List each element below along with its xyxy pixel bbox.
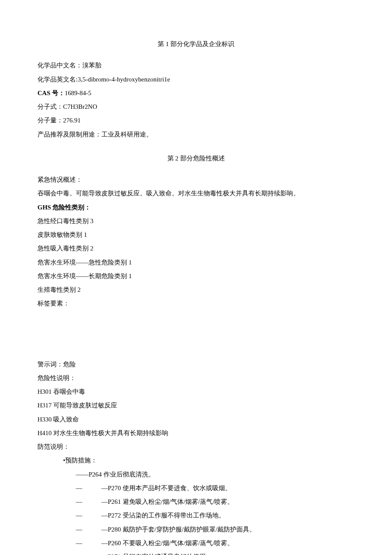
row-signal: 警示词：危险 xyxy=(37,359,355,370)
prevention-item: — —P261 避免吸入粉尘/烟/气体/烟雾/蒸气/喷雾。 xyxy=(37,496,355,507)
ghs-item: 危害水生环境——急性危险类别 1 xyxy=(37,257,355,268)
value-name-en: 3,5-dibromo-4-hydroxybenzonitri1e xyxy=(78,76,170,83)
ghs-item: 急性吸入毒性类别 2 xyxy=(37,243,355,254)
dash-icon: — xyxy=(76,510,101,521)
section-2-title: 第 2 部分危险性概述 xyxy=(37,153,355,164)
prevention-item: — —P260 不要吸入粉尘/烟/气体/烟雾/蒸气/喷雾。 xyxy=(37,538,355,549)
ghs-item: 危害水生环境——长期危险类别 1 xyxy=(37,270,355,282)
ghs-item: 生殖毒性类别 2 xyxy=(37,284,355,295)
label-formula: 分子式： xyxy=(37,103,63,110)
dash-icon: — xyxy=(76,524,101,535)
value-name-cn: 溴苯胎 xyxy=(82,62,101,69)
prevention-text: —P271 只能在室外或通风良好处使用。 xyxy=(101,551,212,555)
hazard-statement: H410 对水生生物毒性极大并具有长期持续影响 xyxy=(37,427,355,439)
ghs-label: GHS 危险性类别： xyxy=(37,202,355,213)
row-cas: CAS 号：1689-84-5 xyxy=(37,87,355,99)
value-cas: 1689-84-5 xyxy=(65,90,92,96)
hazard-statement: H317 可能导致皮肤过敏反应 xyxy=(37,400,355,411)
hazard-statement: H330 吸入致命 xyxy=(37,414,355,425)
hazard-label: 危险性说明： xyxy=(37,372,355,384)
prevention-text: —P261 避免吸入粉尘/烟/气体/烟雾/蒸气/喷雾。 xyxy=(101,496,233,507)
ghs-item: 皮肤致敏物类别 1 xyxy=(37,229,355,240)
dash-icon: — xyxy=(76,482,101,494)
prevention-text: —P270 使用本产品时不要进食、饮水或吸烟。 xyxy=(101,482,231,494)
row-formula: 分子式：C7H3Br2NO xyxy=(37,101,355,112)
prevention-text: —P260 不要吸入粉尘/烟/气体/烟雾/蒸气/喷雾。 xyxy=(101,538,233,549)
precaution-label: 防范说明： xyxy=(37,441,355,452)
label-elements: 标签要素： xyxy=(37,298,355,309)
label-name-en: 化学品英文名: xyxy=(37,76,78,83)
prevention-item: — —P270 使用本产品时不要进食、饮水或吸烟。 xyxy=(37,482,355,494)
value-signal: 危险 xyxy=(63,361,76,368)
label-usage: 产品推荐及限制用途： xyxy=(37,131,101,138)
row-mw: 分子量：276.91 xyxy=(37,115,355,126)
emergency-label: 紧急情况概述： xyxy=(37,174,355,185)
dash-icon: — xyxy=(76,496,101,507)
ghs-label-bold: GHS 危险性类别： xyxy=(37,204,91,211)
section-1-title: 第 1 部分化学品及企业标识 xyxy=(37,38,355,49)
label-mw: 分子量： xyxy=(37,117,63,124)
dash-icon: — xyxy=(76,538,101,549)
ghs-item: 急性经口毒性类别 3 xyxy=(37,215,355,227)
row-usage: 产品推荐及限制用途：工业及科研用途。 xyxy=(37,129,355,140)
label-signal: 警示词： xyxy=(37,361,63,368)
prevention-item-first: ——P264 作业后彻底清洗。 xyxy=(37,469,355,480)
emergency-text: 吞咽会中毒。可能导致皮肤过敏反应。吸入致命。对水生生物毒性极大并具有长期持续影响… xyxy=(37,188,355,199)
label-cas: CAS 号： xyxy=(37,90,65,96)
value-mw: 276.91 xyxy=(63,117,81,124)
prevention-item: — —P271 只能在室外或通风良好处使用。 xyxy=(37,551,355,555)
label-name-cn: 化学品中文名： xyxy=(37,62,82,69)
hazard-statement: H301 吞咽会中毒 xyxy=(37,386,355,397)
value-formula: C7H3Br2NO xyxy=(63,103,97,110)
pictogram-placeholder xyxy=(37,312,355,359)
prevention-text: —P280 戴防护手套/穿防护服/戴防护眼罩/戴防护面具。 xyxy=(101,524,256,535)
prevention-item: — —P272 受沾染的工作服不得带出工作场地。 xyxy=(37,510,355,521)
value-usage: 工业及科研用途。 xyxy=(101,131,153,138)
prevention-item: — —P280 戴防护手套/穿防护服/戴防护眼罩/戴防护面具。 xyxy=(37,524,355,535)
prevention-header: •预防措施： xyxy=(37,455,355,466)
row-name-en: 化学品英文名:3,5-dibromo-4-hydroxybenzonitri1e xyxy=(37,74,355,85)
dash-icon: — xyxy=(76,551,101,555)
prevention-text: —P272 受沾染的工作服不得带出工作场地。 xyxy=(101,510,225,521)
row-name-cn: 化学品中文名：溴苯胎 xyxy=(37,60,355,71)
